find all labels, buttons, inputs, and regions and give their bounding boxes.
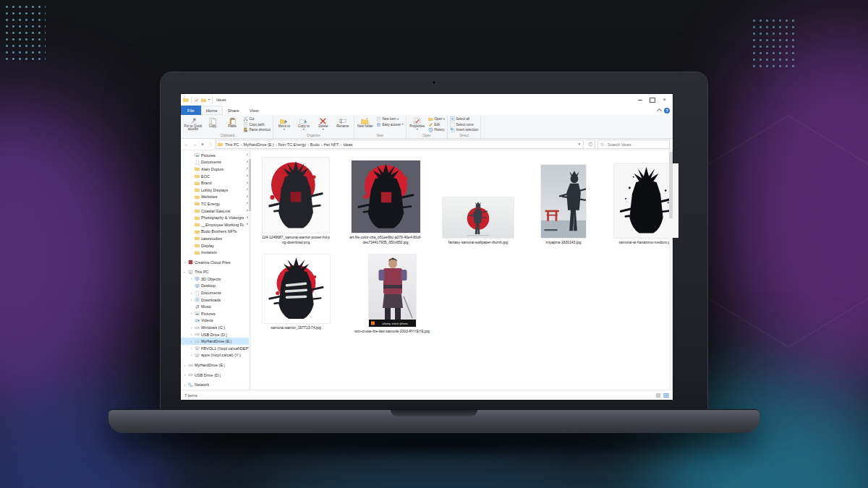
- folder-shortcut-icon[interactable]: [201, 98, 206, 103]
- ribbon-button[interactable]: Delete▾: [314, 116, 333, 134]
- thumbnail-view-button[interactable]: [663, 393, 669, 398]
- expand-caret-icon[interactable]: ›: [190, 277, 193, 281]
- sidebar-item[interactable]: Coastal GasLink: [181, 207, 251, 215]
- sidebar-item[interactable]: casestudies: [181, 235, 251, 242]
- ribbon-button[interactable]: New item▾: [375, 116, 404, 122]
- recent-locations-icon[interactable]: ▾: [200, 142, 205, 147]
- ribbon-button[interactable]: Cut: [242, 116, 271, 122]
- expand-caret-icon[interactable]: ›: [190, 333, 193, 336]
- breadcrumb-segment[interactable]: This PC: [224, 142, 241, 147]
- sidebar-item[interactable]: ›3D Objects: [181, 275, 251, 283]
- file-tile[interactable]: art-file-color-cha_b51ee9bc-a079-40e4-80…: [349, 160, 422, 244]
- ribbon-button[interactable]: Paste: [223, 116, 242, 134]
- breadcrumb-segment[interactable]: MyHardDrive (E:): [242, 142, 275, 147]
- ribbon-button[interactable]: Paste shortcut: [242, 127, 271, 133]
- search-box[interactable]: [597, 140, 670, 149]
- expand-caret-icon[interactable]: ›: [183, 270, 187, 274]
- ribbon-button[interactable]: Open▾: [427, 116, 446, 122]
- sidebar-item[interactable]: ›USB Drive (D:): [181, 372, 251, 379]
- ribbon-tab-home[interactable]: Home: [201, 106, 223, 115]
- sidebar-item[interactable]: ›MyHardDrive (E:): [181, 338, 251, 345]
- expand-caret-icon[interactable]: ›: [190, 298, 193, 301]
- help-icon[interactable]: ?: [664, 108, 670, 114]
- file-tile[interactable]: 124-1249687_samurai-warrior-poster-hd-pn…: [261, 158, 331, 244]
- sidebar-item[interactable]: Desktop: [181, 283, 251, 290]
- address-dropdown-icon[interactable]: ▾: [578, 142, 582, 146]
- properties-shortcut-icon[interactable]: [194, 98, 199, 103]
- ribbon-button[interactable]: Invert selection: [449, 127, 479, 133]
- ribbon-button[interactable]: Select all: [449, 116, 479, 122]
- file-menu-tab[interactable]: File: [181, 106, 201, 115]
- expand-caret-icon[interactable]: ›: [183, 383, 187, 387]
- ribbon-button[interactable]: Select none: [449, 122, 479, 128]
- file-tile[interactable]: alamy stock photo tom-cruise-the-last-sa…: [349, 254, 435, 334]
- sidebar-item[interactable]: ›Creative Cloud Files: [181, 259, 251, 266]
- sidebar-item[interactable]: Brand: [181, 179, 251, 187]
- sidebar-item[interactable]: Videos: [181, 317, 251, 325]
- expand-caret-icon[interactable]: ›: [190, 354, 193, 357]
- sidebar-item[interactable]: ›apps (\\tcpl.ca\cal) (Y:): [181, 352, 251, 359]
- ribbon-tab-share[interactable]: Share: [223, 106, 244, 115]
- file-tile[interactable]: fantasy-samurai-wallpaper-thumb.jpg: [441, 197, 516, 245]
- qat-customize-caret-icon[interactable]: ▾: [208, 98, 210, 101]
- sidebar-item[interactable]: TC Energy: [181, 200, 251, 207]
- expand-caret-icon[interactable]: ›: [183, 364, 187, 367]
- breadcrumb-segment[interactable]: Het NFT: [323, 142, 341, 147]
- expand-caret-icon[interactable]: ›: [190, 312, 193, 315]
- sidebar-item[interactable]: ›Pictures: [181, 310, 251, 317]
- breadcrumb-segment[interactable]: Ideas: [341, 142, 354, 147]
- window-scrollbar-thumb[interactable]: [669, 152, 673, 218]
- close-button[interactable]: ×: [658, 94, 671, 106]
- sidebar-item[interactable]: EOC: [181, 173, 251, 180]
- sidebar-item[interactable]: Websites: [181, 194, 251, 201]
- sidebar-item[interactable]: Documents: [181, 159, 251, 166]
- sidebar-item[interactable]: Display: [181, 242, 251, 249]
- sidebar-item[interactable]: Alain Dupuis: [181, 166, 251, 173]
- expand-caret-icon[interactable]: ›: [190, 340, 193, 343]
- sidebar-item[interactable]: Music: [181, 303, 251, 310]
- up-button[interactable]: ↑: [208, 142, 213, 147]
- maximize-button[interactable]: [646, 94, 658, 106]
- breadcrumb-segment[interactable]: Non-TC Energy: [277, 142, 307, 147]
- expand-caret-icon[interactable]: ›: [183, 373, 187, 377]
- sidebar-item[interactable]: ›USB Drive (D:): [181, 331, 251, 338]
- sidebar-item[interactable]: ›Network: [181, 381, 251, 388]
- sidebar-item[interactable]: Pictures: [181, 152, 251, 159]
- sidebar-item[interactable]: Invitation: [181, 249, 251, 256]
- ribbon-button[interactable]: History: [427, 127, 446, 133]
- minimize-button[interactable]: [634, 94, 646, 106]
- back-button[interactable]: ←: [184, 142, 190, 147]
- window-scrollbar[interactable]: [669, 150, 673, 390]
- breadcrumb-segment[interactable]: Budo: [309, 142, 321, 147]
- ribbon-button[interactable]: New folder: [356, 116, 375, 134]
- sidebar-item[interactable]: Lobby Displays: [181, 187, 251, 194]
- expand-caret-icon[interactable]: ›: [190, 326, 193, 330]
- ribbon-button[interactable]: Properties▾: [408, 116, 427, 134]
- ribbon-button[interactable]: Edit: [427, 122, 446, 128]
- sidebar-item[interactable]: Photography & Videography: [181, 214, 251, 221]
- file-tile[interactable]: miyajima-1830143.jpg: [535, 165, 592, 245]
- sidebar-item[interactable]: ›This PC: [181, 269, 251, 276]
- ribbon-button[interactable]: Easy access▾: [375, 122, 404, 128]
- refresh-button[interactable]: [586, 140, 595, 149]
- expand-caret-icon[interactable]: ›: [190, 346, 193, 350]
- expand-caret-icon[interactable]: ›: [190, 291, 193, 295]
- ribbon-button[interactable]: Pin to Quick access: [184, 116, 203, 134]
- expand-caret-icon[interactable]: ›: [183, 260, 187, 264]
- ribbon-button[interactable]: Copy to▾: [294, 116, 313, 134]
- ribbon-button[interactable]: Rename: [333, 116, 352, 134]
- search-input[interactable]: [606, 142, 667, 147]
- sidebar-item[interactable]: Budo Brothers NFTs: [181, 228, 251, 236]
- collapse-ribbon-icon[interactable]: [657, 108, 662, 114]
- sidebar-item[interactable]: __Employee Working Folders: [181, 221, 251, 228]
- sidebar-item[interactable]: ›Windows (C:): [181, 324, 251, 331]
- ribbon-button[interactable]: Move to▾: [275, 116, 294, 134]
- sidebar-item[interactable]: ›FBVOL1 (\\tcpl.ca\caf\DEPTS) (S: [181, 345, 251, 352]
- breadcrumb[interactable]: This PC› MyHardDrive (E:)› Non-TC Energy…: [216, 140, 584, 149]
- sidebar-item[interactable]: ›Documents: [181, 289, 251, 296]
- forward-button[interactable]: →: [192, 142, 197, 147]
- sidebar-item[interactable]: ›MyHardDrive (E:): [181, 361, 251, 369]
- ribbon-button[interactable]: Copy: [203, 116, 222, 134]
- sidebar-item[interactable]: ›Downloads: [181, 296, 251, 304]
- ribbon-tab-view[interactable]: View: [244, 106, 264, 115]
